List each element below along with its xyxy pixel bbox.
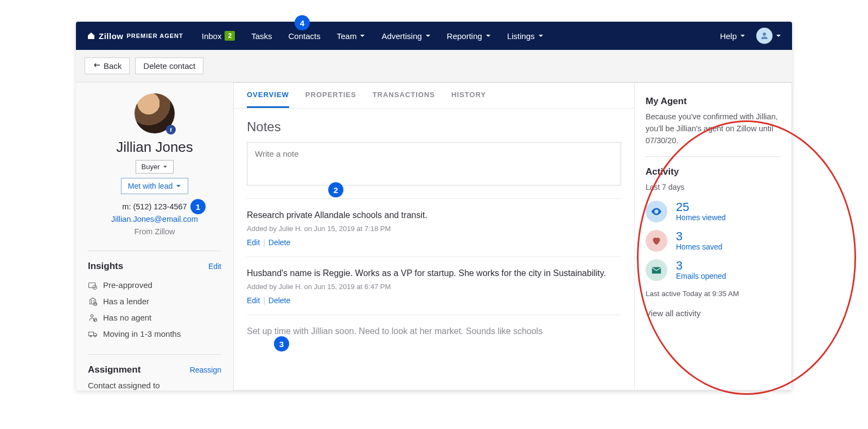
insight-label: Moving in 1-3 months	[103, 329, 181, 338]
assignment-section: Assignment Reassign Contact assigned to	[88, 354, 221, 390]
note-item: Research private Allandale schools and t…	[247, 199, 621, 257]
note-text: Research private Allandale schools and t…	[247, 209, 621, 221]
bank-check-icon	[88, 297, 98, 306]
nav-contacts-label: Contacts	[289, 31, 321, 41]
nav-user-menu[interactable]	[756, 28, 781, 44]
notes-area: Notes Research private Allandale schools…	[234, 108, 634, 362]
delete-contact-button[interactable]: Delete contact	[135, 57, 203, 74]
nav-items: Inbox 2 Tasks Contacts Team Advertising …	[202, 31, 720, 41]
assignment-text: Contact assigned to	[88, 381, 221, 390]
last-active: Last active Today at 9:35 AM	[646, 289, 781, 299]
back-label: Back	[104, 61, 122, 71]
note-delete[interactable]: Delete	[269, 296, 290, 305]
insights-section: Insights Edit Pre-approved Has a lender …	[88, 251, 221, 342]
nav-team-label: Team	[337, 31, 357, 41]
chevron-down-icon	[538, 33, 544, 39]
nav-right: Help	[720, 28, 781, 44]
chevron-down-icon	[486, 33, 491, 39]
user-avatar-icon	[756, 28, 773, 44]
svg-point-4	[91, 315, 93, 317]
inbox-badge: 2	[225, 31, 235, 41]
nav-listings-label: Listings	[507, 31, 535, 41]
contact-avatar[interactable]: f	[135, 93, 175, 133]
card-check-icon	[88, 280, 98, 290]
note-input[interactable]	[247, 142, 621, 185]
activity-count: 3	[676, 260, 726, 272]
svg-point-9	[655, 210, 658, 213]
insight-preapproved: Pre-approved	[88, 277, 221, 293]
note-item: Husband's name is Reggie. Works as a VP …	[247, 257, 621, 315]
nav-inbox[interactable]: Inbox 2	[202, 31, 235, 41]
nav-reporting[interactable]: Reporting	[447, 31, 491, 41]
nav-team[interactable]: Team	[337, 31, 366, 41]
annotation-3: 3	[274, 336, 289, 351]
chevron-down-icon	[740, 33, 745, 39]
navbar: Zillow PREMIER AGENT Inbox 2 Tasks Conta…	[76, 22, 792, 50]
content: f Jillian Jones Buyer Met with lead m: (…	[76, 82, 792, 390]
myagent-title: My Agent	[646, 96, 781, 107]
myagent-text: Because you've confirmed with Jillian, y…	[646, 111, 781, 146]
annotation-2: 2	[328, 182, 343, 197]
note-edit[interactable]: Edit	[247, 238, 260, 247]
facebook-badge-icon: f	[166, 125, 176, 135]
note-meta: Added by Julie H. on Jun 15, 2019 at 6:4…	[247, 283, 621, 291]
svg-point-0	[763, 33, 766, 36]
zillow-icon	[87, 31, 95, 40]
insights-title: Insights	[88, 261, 123, 272]
view-all-activity[interactable]: View all activity	[646, 308, 781, 320]
contact-type-select[interactable]: Buyer	[136, 160, 174, 174]
activity-label: Emails opened	[676, 272, 726, 280]
insight-lender: Has a lender	[88, 293, 221, 310]
activity-emails-opened[interactable]: 3Emails opened	[646, 259, 781, 281]
nav-contacts[interactable]: Contacts	[289, 31, 321, 41]
tab-history[interactable]: HISTORY	[451, 91, 486, 108]
back-arrow-icon	[93, 63, 100, 69]
contact-meta: m: (512) 123-4567 Jillian.Jones@email.co…	[111, 201, 198, 239]
back-button[interactable]: Back	[85, 57, 130, 74]
main-left: OVERVIEW PROPERTIES TRANSACTIONS HISTORY…	[234, 83, 634, 390]
delete-label: Delete contact	[143, 61, 195, 71]
chevron-down-icon	[176, 183, 181, 189]
tab-properties[interactable]: PROPERTIES	[305, 91, 356, 108]
mail-icon	[646, 259, 667, 281]
heart-icon	[646, 230, 667, 252]
activity-homes-viewed[interactable]: 25Homes viewed	[646, 201, 781, 222]
contact-status-select[interactable]: Met with lead	[121, 178, 188, 194]
activity-homes-saved[interactable]: 3Homes saved	[646, 230, 781, 252]
chevron-down-icon	[425, 33, 431, 39]
brand-logo[interactable]: Zillow PREMIER AGENT	[87, 31, 183, 41]
tab-overview[interactable]: OVERVIEW	[247, 91, 289, 108]
note-edit[interactable]: Edit	[247, 296, 260, 305]
nav-help[interactable]: Help	[720, 31, 745, 41]
note-delete[interactable]: Delete	[269, 238, 290, 247]
notes-title: Notes	[247, 119, 621, 135]
nav-advertising[interactable]: Advertising	[381, 31, 430, 41]
brand-name: Zillow	[99, 31, 124, 41]
note-item: Set up time with Jillian soon. Need to l…	[247, 315, 621, 350]
contact-email[interactable]: Jillian.Jones@email.com	[111, 213, 198, 226]
contact-sidebar: f Jillian Jones Buyer Met with lead m: (…	[76, 82, 233, 390]
insights-edit[interactable]: Edit	[208, 262, 221, 271]
contact-profile: f Jillian Jones Buyer Met with lead m: (…	[88, 93, 221, 239]
contact-type-value: Buyer	[142, 163, 160, 171]
assignment-reassign[interactable]: Reassign	[190, 366, 221, 374]
nav-inbox-label: Inbox	[202, 31, 222, 41]
tab-transactions[interactable]: TRANSACTIONS	[373, 91, 435, 108]
assignment-title: Assignment	[88, 364, 141, 375]
app-window: Zillow PREMIER AGENT Inbox 2 Tasks Conta…	[76, 22, 792, 390]
toolbar: Back Delete contact	[76, 50, 792, 82]
chevron-down-icon	[776, 33, 781, 39]
nav-tasks[interactable]: Tasks	[251, 31, 272, 41]
activity-label: Homes saved	[676, 242, 723, 251]
activity-period: Last 7 days	[646, 182, 781, 193]
contact-source: From Zillow	[111, 226, 198, 238]
contact-status-value: Met with lead	[128, 182, 173, 190]
annotation-1: 1	[190, 199, 206, 214]
insight-label: Has no agent	[103, 313, 151, 322]
main-panel: OVERVIEW PROPERTIES TRANSACTIONS HISTORY…	[233, 82, 792, 390]
note-meta: Added by Julie H. on Jun 15, 2019 at 7:1…	[247, 225, 621, 233]
nav-listings[interactable]: Listings	[507, 31, 544, 41]
contact-phone: m: (512) 123-4567	[111, 201, 198, 213]
activity-count: 3	[676, 230, 723, 242]
brand-sub: PREMIER AGENT	[127, 33, 183, 39]
